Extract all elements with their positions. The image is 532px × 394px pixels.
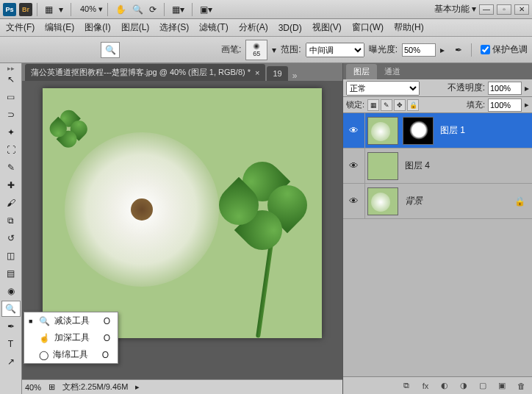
menu-select[interactable]: 选择(S) [159, 21, 189, 34]
trash-icon[interactable]: 🗑 [514, 380, 528, 392]
layer-row[interactable]: 👁 背景 🔒 [343, 184, 532, 219]
adjust-icon[interactable]: ◑ [457, 380, 470, 392]
tab-overflow-icon[interactable]: » [292, 71, 298, 81]
link-icon[interactable]: ⧉ [400, 380, 413, 392]
toolbox-grip-icon[interactable]: ▸▸ [0, 65, 21, 71]
bridge-icon[interactable]: Br [19, 3, 32, 16]
current-tool-icon[interactable]: 🔍 [101, 42, 120, 58]
exposure-input[interactable] [402, 43, 436, 57]
screenmode-icon[interactable]: ▣▾ [197, 3, 215, 16]
visibility-icon[interactable]: 👁 [343, 148, 365, 183]
group-icon[interactable]: ▢ [476, 380, 489, 392]
minimize-button[interactable]: — [479, 4, 494, 15]
status-zoom[interactable]: 40% [25, 383, 41, 392]
blur-tool[interactable]: ◉ [1, 283, 21, 299]
lock-position-icon[interactable]: ✥ [394, 99, 406, 111]
opacity-label: 不透明度: [447, 82, 485, 94]
menu-image[interactable]: 图像(I) [85, 21, 110, 34]
lock-transparent-icon[interactable]: ▦ [367, 99, 379, 111]
eraser-tool[interactable]: ◫ [1, 248, 21, 264]
menu-help[interactable]: 帮助(H) [394, 21, 424, 34]
fill-flyout-icon[interactable]: ▸ [525, 100, 529, 110]
menu-edit[interactable]: 编辑(E) [45, 21, 74, 34]
dandelion [65, 132, 219, 287]
panel-tab-channels[interactable]: 通道 [377, 64, 408, 79]
flyout-sponge[interactable]: ◯海绵工具 O [24, 346, 118, 363]
close-button[interactable]: ✕ [514, 4, 529, 15]
panel-tab-layers[interactable]: 图层 [346, 64, 377, 79]
range-select[interactable]: 中间调 [306, 43, 364, 57]
menu-window[interactable]: 窗口(W) [352, 21, 384, 34]
layer-row[interactable]: 👁 图层 4 [343, 148, 532, 184]
airbrush-icon[interactable]: ✒ [455, 45, 462, 55]
menu-filter[interactable]: 滤镜(T) [199, 21, 228, 34]
lock-icon: 🔒 [514, 196, 532, 207]
fill-label: 填充: [467, 99, 485, 110]
visibility-icon[interactable]: 👁 [343, 113, 365, 148]
move-tool[interactable]: ↖ [1, 71, 21, 87]
mask-icon[interactable]: ◐ [438, 380, 451, 392]
menu-view[interactable]: 视图(V) [312, 21, 342, 34]
layer-row[interactable]: 👁 图层 1 [343, 113, 532, 148]
crop-tool[interactable]: ⛶ [1, 142, 21, 158]
menubar: 文件(F) 编辑(E) 图像(I) 图层(L) 选择(S) 滤镜(T) 分析(A… [0, 19, 532, 37]
menu-file[interactable]: 文件(F) [6, 21, 35, 34]
toolbox: ▸▸ ↖ ▭ ⊃ ✦ ⛶ ✎ ✚ 🖌 ⧉ ↺ ◫ ▤ ◉ 🔍 ✒ T ↗ [0, 63, 22, 394]
hand-icon[interactable]: ✋ [112, 3, 129, 16]
layer-name[interactable]: 图层 4 [400, 160, 532, 172]
path-tool[interactable]: ↗ [1, 354, 21, 370]
tool-flyout: ■🔍减淡工具 O ☝加深工具 O ◯海绵工具 O [24, 312, 118, 364]
canvas[interactable] [43, 88, 322, 338]
stamp-tool[interactable]: ⧉ [1, 212, 21, 229]
lasso-tool[interactable]: ⊃ [1, 107, 21, 123]
flyout-dodge[interactable]: ■🔍减淡工具 O [24, 312, 118, 329]
lock-all-icon[interactable]: 🔒 [407, 99, 419, 111]
status-chevron-icon[interactable]: ⊞ [48, 382, 55, 392]
maximize-button[interactable]: ▫ [497, 4, 511, 15]
opacity-flyout-icon[interactable]: ▸ [525, 83, 529, 93]
layer-thumb[interactable] [367, 152, 398, 180]
brush-tool[interactable]: 🖌 [1, 195, 21, 211]
status-flyout-icon[interactable]: ▸ [135, 382, 140, 392]
dropdown-icon[interactable]: ▾ [56, 3, 66, 16]
workspace-label[interactable]: 基本功能 ▾ [434, 3, 476, 15]
arrange-icon[interactable]: ▦▾ [169, 3, 187, 16]
menu-3d[interactable]: 3D(D) [278, 23, 302, 33]
mb-icon[interactable]: ▦ [42, 3, 56, 16]
layer-name[interactable]: 背景 [400, 195, 514, 207]
visibility-icon[interactable]: 👁 [343, 184, 365, 218]
dodge-tool[interactable]: 🔍 [1, 301, 21, 317]
wand-tool[interactable]: ✦ [1, 124, 21, 140]
pen-tool[interactable]: ✒ [1, 318, 21, 334]
blend-mode-select[interactable]: 正常 [346, 81, 420, 96]
document-tab[interactable]: 蒲公英通道抠图教程---楚盟博客.jpg @ 40% (图层 1, RGB/8)… [25, 64, 265, 81]
layer-thumb[interactable] [367, 187, 398, 215]
type-tool[interactable]: T [1, 336, 21, 352]
document-tab-2[interactable]: 19 [267, 66, 287, 81]
lock-paint-icon[interactable]: ✎ [381, 99, 392, 111]
status-bar: 40% ⊞ 文档:2.25M/9.46M ▸ [22, 379, 342, 394]
gradient-tool[interactable]: ▤ [1, 265, 21, 282]
zoom-tool-icon[interactable]: 🔍 [129, 3, 146, 16]
menu-layer[interactable]: 图层(L) [121, 21, 150, 34]
fx-icon[interactable]: fx [419, 380, 432, 392]
layer-name[interactable]: 图层 1 [436, 124, 532, 137]
exposure-flyout-icon[interactable]: ▸ [440, 45, 445, 55]
menu-analysis[interactable]: 分析(A) [239, 21, 268, 34]
layer-thumb[interactable] [367, 117, 398, 145]
history-brush-tool[interactable]: ↺ [1, 230, 21, 246]
new-layer-icon[interactable]: ▣ [495, 380, 508, 392]
status-doc-label: 文档: [62, 382, 81, 391]
heal-tool[interactable]: ✚ [1, 177, 21, 193]
tab-close-icon[interactable]: × [255, 68, 259, 77]
eyedropper-tool[interactable]: ✎ [1, 160, 21, 176]
protect-tones-checkbox[interactable]: 保护色调 [481, 43, 528, 56]
opacity-input[interactable] [488, 82, 522, 95]
fill-input[interactable] [488, 98, 522, 112]
flyout-burn[interactable]: ☝加深工具 O [24, 329, 118, 346]
layer-mask-thumb[interactable] [403, 117, 434, 145]
zoom-select[interactable]: 40% ▾ [80, 4, 103, 14]
marquee-tool[interactable]: ▭ [1, 89, 21, 105]
rotate-icon[interactable]: ⟳ [146, 3, 159, 16]
brush-preview[interactable]: 65 [245, 40, 267, 60]
